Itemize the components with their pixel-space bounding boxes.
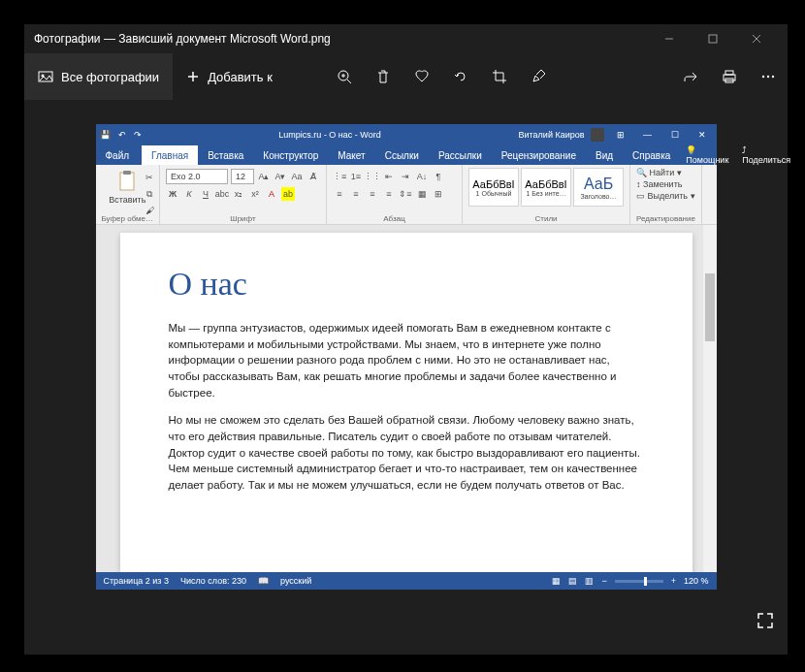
copy-icon[interactable]: ⧉: [143, 187, 156, 201]
page-indicator[interactable]: Страница 2 из 3: [104, 576, 169, 586]
word-scroll-thumb[interactable]: [705, 273, 715, 341]
word-user-area: Виталий Каиров ⊞ — ☐ ✕: [519, 128, 713, 142]
add-to-tab[interactable]: Добавить к: [173, 53, 286, 100]
tab-view[interactable]: Вид: [586, 145, 623, 165]
strike-icon[interactable]: abc: [215, 187, 229, 201]
tab-design[interactable]: Конструктор: [253, 145, 328, 165]
subscript-icon[interactable]: x₂: [232, 187, 245, 201]
photos-titlebar: Фотографии — Зависший документ Microsoft…: [24, 24, 788, 53]
change-case-icon[interactable]: Aa: [290, 170, 304, 183]
word-scrollbar[interactable]: [703, 225, 717, 572]
find-button[interactable]: 🔍 Найти ▾: [636, 168, 695, 177]
tab-mailings[interactable]: Рассылки: [429, 145, 492, 165]
delete-button[interactable]: [364, 53, 402, 100]
borders-icon[interactable]: ⊞: [432, 187, 445, 201]
style-normal[interactable]: АаБбВвІ1 Обычный: [468, 168, 519, 207]
justify-icon[interactable]: ≡: [382, 187, 396, 201]
align-center-icon[interactable]: ≡: [349, 187, 363, 201]
indent-icon[interactable]: ⇥: [399, 170, 412, 183]
maximize-button[interactable]: [691, 24, 734, 53]
format-painter-icon[interactable]: 🖌: [143, 204, 156, 217]
underline-icon[interactable]: Ч: [199, 187, 212, 201]
share-label[interactable]: Поделиться: [742, 155, 790, 165]
print-layout-icon[interactable]: ▤: [568, 576, 577, 586]
share-button[interactable]: [671, 53, 710, 100]
print-button[interactable]: [710, 53, 749, 100]
word-document-area: О нас Мы — группа энтузиастов, одержимых…: [96, 225, 717, 572]
web-layout-icon[interactable]: ▥: [585, 576, 594, 586]
cut-icon[interactable]: ✂: [143, 171, 156, 184]
user-name: Виталий Каиров: [519, 130, 585, 140]
clear-format-icon[interactable]: A̸: [306, 170, 320, 183]
outdent-icon[interactable]: ⇤: [382, 170, 396, 183]
fullscreen-button[interactable]: [757, 612, 774, 629]
bullets-icon[interactable]: ⋮≡: [333, 170, 346, 183]
tab-review[interactable]: Рецензирование: [492, 145, 586, 165]
read-mode-icon[interactable]: ▦: [552, 576, 561, 586]
undo-icon[interactable]: ↶: [118, 130, 126, 140]
save-icon[interactable]: 💾: [100, 130, 111, 140]
shading-icon[interactable]: ▦: [415, 187, 429, 201]
align-left-icon[interactable]: ≡: [333, 187, 346, 201]
edit-button[interactable]: [519, 53, 558, 100]
sort-icon[interactable]: A↓: [415, 170, 429, 183]
zoom-button[interactable]: [325, 53, 364, 100]
minimize-button[interactable]: [647, 24, 691, 53]
shrink-font-icon[interactable]: A▾: [274, 170, 287, 183]
svg-point-16: [767, 76, 769, 78]
svg-rect-18: [120, 173, 134, 190]
line-spacing-icon[interactable]: ⇕≡: [399, 187, 412, 201]
select-button[interactable]: ▭ Выделить ▾: [636, 191, 695, 201]
italic-icon[interactable]: К: [182, 187, 196, 201]
word-maximize-icon[interactable]: ☐: [664, 130, 686, 140]
style-no-spacing[interactable]: АаБбВвІ1 Без инте…: [521, 168, 571, 207]
language-indicator[interactable]: русский: [280, 576, 311, 586]
all-photos-tab[interactable]: Все фотографии: [24, 53, 173, 100]
tab-insert[interactable]: Вставка: [198, 145, 253, 165]
spell-check-icon[interactable]: 📖: [258, 576, 269, 586]
paragraph-group: ⋮≡ 1≡ ⋮⋮ ⇤ ⇥ A↓ ¶ ≡ ≡ ≡ ≡ ⇕≡ ▦: [327, 165, 463, 224]
tab-help[interactable]: Справка: [623, 145, 680, 165]
font-color-icon[interactable]: A: [265, 187, 278, 201]
svg-point-17: [772, 76, 774, 78]
replace-button[interactable]: ↕ Заменить: [636, 179, 695, 189]
tab-references[interactable]: Ссылки: [375, 145, 429, 165]
window-title: Фотографии — Зависший документ Microsoft…: [34, 32, 647, 46]
rotate-button[interactable]: [441, 53, 480, 100]
clipboard-group: Вставить ✂ ⧉ 🖌 Буфер обме…: [96, 165, 161, 224]
word-close-icon[interactable]: ✕: [692, 130, 713, 140]
doc-paragraph-1: Мы — группа энтузиастов, одержимых идеей…: [169, 320, 644, 400]
tab-home[interactable]: Главная: [142, 145, 198, 165]
tell-me[interactable]: Помощник: [686, 155, 728, 165]
quick-access-toolbar: 💾 ↶ ↷: [100, 130, 142, 140]
close-button[interactable]: [734, 24, 778, 53]
tab-file[interactable]: Файл: [96, 145, 140, 165]
word-minimize-icon[interactable]: —: [637, 130, 659, 140]
word-page: О нас Мы — группа энтузиастов, одержимых…: [120, 233, 692, 572]
font-name-select[interactable]: Exo 2.0: [166, 169, 228, 184]
doc-paragraph-2: Но мы не сможем это сделать без Вашей об…: [169, 412, 644, 493]
tab-layout[interactable]: Макет: [328, 145, 374, 165]
font-size-select[interactable]: 12: [231, 169, 254, 184]
superscript-icon[interactable]: x²: [248, 187, 262, 201]
numbering-icon[interactable]: 1≡: [349, 170, 363, 183]
styles-label: Стили: [468, 212, 624, 223]
favorite-button[interactable]: [402, 53, 441, 100]
show-marks-icon[interactable]: ¶: [432, 170, 445, 183]
word-count[interactable]: Число слов: 230: [180, 576, 246, 586]
grow-font-icon[interactable]: A▴: [257, 170, 271, 183]
more-button[interactable]: [749, 53, 788, 100]
crop-button[interactable]: [480, 53, 519, 100]
word-ribbon-options-icon[interactable]: ⊞: [610, 130, 631, 140]
zoom-out-icon[interactable]: −: [601, 576, 606, 586]
bold-icon[interactable]: Ж: [166, 187, 179, 201]
zoom-slider[interactable]: [615, 580, 663, 583]
align-right-icon[interactable]: ≡: [366, 187, 379, 201]
style-heading[interactable]: АаБЗаголово…: [573, 168, 624, 207]
highlight-icon[interactable]: ab: [281, 187, 295, 201]
redo-icon[interactable]: ↷: [134, 130, 142, 140]
user-avatar[interactable]: [591, 128, 604, 142]
zoom-level[interactable]: 120 %: [684, 576, 709, 586]
multilevel-icon[interactable]: ⋮⋮: [366, 170, 379, 183]
zoom-in-icon[interactable]: +: [671, 576, 676, 586]
